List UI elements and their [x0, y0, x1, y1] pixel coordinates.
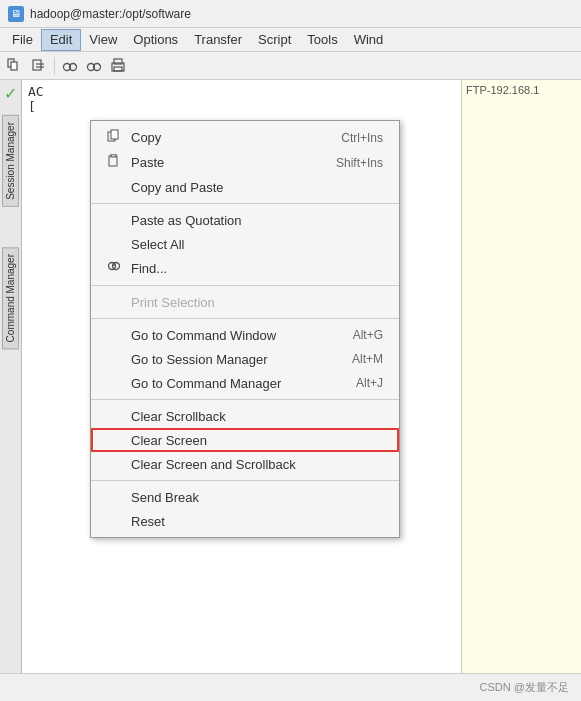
ctx-copy[interactable]: Copy Ctrl+Ins [91, 125, 399, 150]
context-menu: Copy Ctrl+Ins Paste Shift+Ins Copy and [90, 120, 400, 538]
ctx-print-selection: Print Selection [91, 290, 399, 314]
toolbar-btn-1[interactable] [4, 55, 26, 77]
separator-5 [91, 480, 399, 481]
menu-file[interactable]: File [4, 29, 41, 51]
toolbar-btn-print[interactable] [107, 55, 129, 77]
separator-4 [91, 399, 399, 400]
ctx-goto-cmd-mgr-shortcut: Alt+J [356, 376, 383, 390]
window-title: hadoop@master:/opt/software [30, 7, 191, 21]
ctx-clear-screen-scrollback-label: Clear Screen and Scrollback [131, 457, 296, 472]
ctx-goto-cmd-mgr[interactable]: Go to Command Manager Alt+J [91, 371, 399, 395]
ctx-find[interactable]: Find... [91, 256, 399, 281]
ctx-clear-scrollback-label: Clear Scrollback [131, 409, 226, 424]
left-side-panel: ✓ Session Manager Command Manager [0, 80, 22, 673]
paste-icon [107, 154, 125, 171]
app-icon: 🖥 [8, 6, 24, 22]
ctx-goto-session-shortcut: Alt+M [352, 352, 383, 366]
right-panel-label: FTP-192.168.1 [466, 84, 539, 96]
toolbar-btn-binoculars[interactable] [59, 55, 81, 77]
ctx-paste-quotation[interactable]: Paste as Quotation [91, 208, 399, 232]
toolbar-btn-binoculars2[interactable] [83, 55, 105, 77]
command-manager-tab[interactable]: Command Manager [2, 247, 19, 349]
title-bar: 🖥 hadoop@master:/opt/software [0, 0, 581, 28]
svg-rect-1 [11, 62, 17, 70]
ctx-clear-screen[interactable]: Clear Screen [91, 428, 399, 452]
svg-rect-13 [114, 67, 122, 71]
ctx-reset-label: Reset [131, 514, 165, 529]
ctx-find-label: Find... [131, 261, 167, 276]
menu-view[interactable]: View [81, 29, 125, 51]
svg-rect-2 [33, 60, 41, 70]
ctx-goto-command-label: Go to Command Window [131, 328, 276, 343]
menu-window[interactable]: Wind [346, 29, 392, 51]
separator-2 [91, 285, 399, 286]
ctx-reset[interactable]: Reset [91, 509, 399, 533]
ctx-print-selection-label: Print Selection [131, 295, 215, 310]
right-panel: FTP-192.168.1 [461, 80, 581, 673]
ctx-goto-session[interactable]: Go to Session Manager Alt+M [91, 347, 399, 371]
ctx-goto-command[interactable]: Go to Command Window Alt+G [91, 323, 399, 347]
toolbar-separator [54, 57, 55, 75]
find-icon [107, 260, 125, 277]
svg-rect-15 [111, 130, 118, 139]
menu-options[interactable]: Options [125, 29, 186, 51]
ctx-paste-label: Paste [131, 155, 164, 170]
status-text: CSDN @发量不足 [480, 680, 569, 695]
menu-edit[interactable]: Edit [41, 29, 81, 51]
ctx-paste-shortcut: Shift+Ins [336, 156, 383, 170]
ctx-clear-screen-label: Clear Screen [131, 433, 207, 448]
ctx-copy-paste[interactable]: Copy and Paste [91, 175, 399, 199]
session-manager-tab[interactable]: Session Manager [2, 115, 19, 207]
ctx-send-break[interactable]: Send Break [91, 485, 399, 509]
status-bar: CSDN @发量不足 [0, 673, 581, 701]
ctx-paste[interactable]: Paste Shift+Ins [91, 150, 399, 175]
ctx-goto-command-shortcut: Alt+G [353, 328, 383, 342]
menu-transfer[interactable]: Transfer [186, 29, 250, 51]
ctx-select-all[interactable]: Select All [91, 232, 399, 256]
main-content: ✓ Session Manager Command Manager AC [ C… [0, 80, 581, 673]
terminal-area[interactable]: AC [ Copy Ctrl+Ins [22, 80, 461, 673]
ctx-send-break-label: Send Break [131, 490, 199, 505]
ctx-copy-paste-label: Copy and Paste [131, 180, 224, 195]
ctx-copy-label: Copy [131, 130, 161, 145]
ctx-copy-shortcut: Ctrl+Ins [341, 131, 383, 145]
separator-1 [91, 203, 399, 204]
ctx-clear-scrollback[interactable]: Clear Scrollback [91, 404, 399, 428]
ctx-select-all-label: Select All [131, 237, 184, 252]
menu-tools[interactable]: Tools [299, 29, 345, 51]
ctx-goto-cmd-mgr-label: Go to Command Manager [131, 376, 281, 391]
terminal-content: AC [ [22, 80, 461, 118]
ctx-paste-quotation-label: Paste as Quotation [131, 213, 242, 228]
checkmark-icon: ✓ [4, 84, 17, 103]
ctx-clear-screen-scrollback[interactable]: Clear Screen and Scrollback [91, 452, 399, 476]
menu-script[interactable]: Script [250, 29, 299, 51]
toolbar [0, 52, 581, 80]
toolbar-btn-2[interactable] [28, 55, 50, 77]
svg-rect-17 [111, 154, 116, 157]
menu-bar: File Edit View Options Transfer Script T… [0, 28, 581, 52]
ctx-goto-session-label: Go to Session Manager [131, 352, 268, 367]
copy-icon [107, 129, 125, 146]
separator-3 [91, 318, 399, 319]
